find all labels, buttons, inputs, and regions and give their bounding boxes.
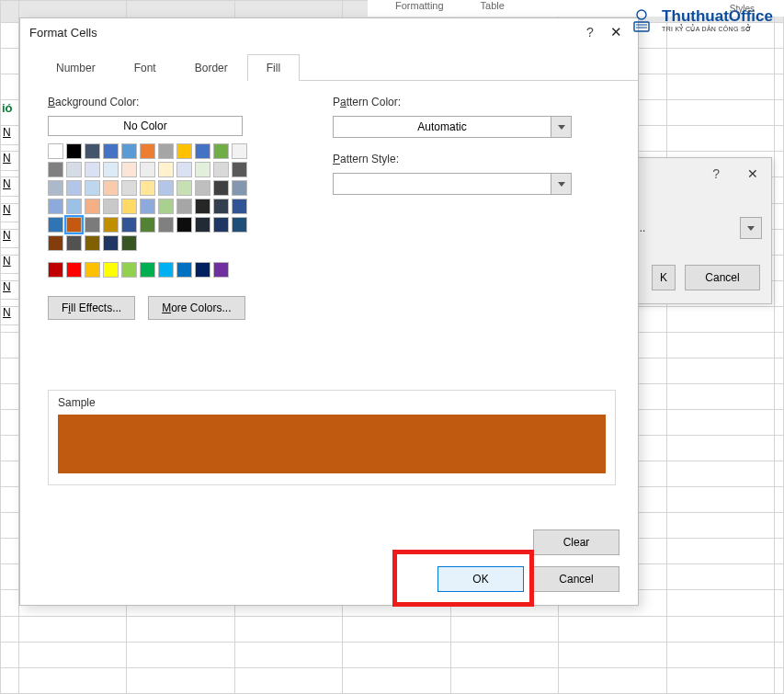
close-icon[interactable]: ✕	[747, 166, 758, 181]
color-swatch[interactable]	[176, 180, 192, 196]
color-swatch[interactable]	[195, 162, 210, 177]
color-swatch[interactable]	[176, 262, 192, 278]
color-swatch[interactable]	[48, 199, 63, 214]
sample-box: Sample	[48, 390, 616, 485]
color-swatch[interactable]	[158, 180, 174, 196]
tab-number[interactable]: Number	[37, 54, 115, 81]
color-swatch[interactable]	[85, 180, 100, 196]
color-swatch[interactable]	[85, 235, 100, 251]
color-swatch[interactable]	[140, 217, 155, 233]
color-swatch[interactable]	[48, 262, 63, 278]
color-swatch[interactable]	[121, 162, 137, 177]
color-swatch[interactable]	[232, 180, 247, 196]
color-swatch[interactable]	[158, 162, 174, 177]
color-swatch[interactable]	[103, 235, 119, 251]
dropdown-arrow-icon[interactable]	[740, 217, 762, 239]
color-palette	[48, 143, 250, 278]
color-swatch[interactable]	[195, 143, 210, 159]
more-colors-button[interactable]: More Colors...	[148, 296, 244, 320]
color-swatch[interactable]	[213, 262, 229, 278]
color-swatch[interactable]	[158, 143, 174, 159]
color-swatch[interactable]	[213, 199, 229, 214]
color-swatch[interactable]	[48, 162, 63, 177]
color-swatch[interactable]	[176, 199, 192, 214]
color-swatch[interactable]	[66, 199, 82, 214]
color-swatch[interactable]	[66, 143, 82, 159]
color-swatch[interactable]	[48, 143, 63, 159]
color-swatch[interactable]	[103, 180, 119, 196]
color-swatch[interactable]	[48, 235, 63, 251]
color-swatch[interactable]	[103, 162, 119, 177]
color-swatch[interactable]	[195, 199, 210, 214]
color-swatch[interactable]	[232, 162, 247, 177]
chevron-down-icon[interactable]	[551, 117, 571, 137]
color-swatch[interactable]	[103, 143, 119, 159]
pattern-color-dropdown[interactable]: Automatic	[333, 116, 572, 138]
logo-icon	[627, 6, 656, 35]
color-swatch[interactable]	[66, 262, 82, 278]
color-swatch[interactable]	[213, 162, 229, 177]
color-swatch[interactable]	[158, 217, 174, 233]
color-swatch[interactable]	[140, 162, 155, 177]
truncated-text: t...	[633, 222, 740, 234]
color-swatch[interactable]	[48, 180, 63, 196]
clear-button[interactable]: Clear	[533, 529, 619, 555]
close-icon[interactable]: ✕	[603, 24, 629, 40]
color-swatch[interactable]	[121, 217, 137, 233]
color-swatch[interactable]	[176, 217, 192, 233]
color-swatch[interactable]	[85, 199, 100, 214]
color-swatch[interactable]	[121, 199, 137, 214]
color-swatch[interactable]	[66, 217, 82, 233]
color-swatch[interactable]	[66, 162, 82, 177]
color-swatch[interactable]	[85, 162, 100, 177]
chevron-down-icon[interactable]	[551, 174, 571, 194]
color-swatch[interactable]	[232, 143, 247, 159]
color-swatch[interactable]	[103, 199, 119, 214]
tab-font[interactable]: Font	[115, 54, 176, 81]
color-swatch[interactable]	[213, 143, 229, 159]
color-swatch[interactable]	[140, 199, 155, 214]
help-icon[interactable]: ?	[712, 166, 720, 181]
help-icon[interactable]: ?	[577, 25, 603, 40]
pattern-style-dropdown[interactable]	[333, 173, 572, 195]
dialog-title: Format Cells	[29, 26, 577, 40]
tab-fill[interactable]: Fill	[247, 54, 300, 81]
fill-effects-button[interactable]: Fill Effects...	[48, 296, 135, 320]
color-swatch[interactable]	[232, 217, 247, 233]
color-swatch[interactable]	[158, 199, 174, 214]
color-swatch[interactable]	[48, 217, 63, 233]
color-swatch[interactable]	[121, 235, 137, 251]
cancel-button[interactable]: Cancel	[533, 566, 619, 592]
color-swatch[interactable]	[121, 143, 137, 159]
color-swatch[interactable]	[85, 143, 100, 159]
format-cells-dialog: Format Cells ? ✕ Number Font Border Fill…	[19, 17, 639, 606]
color-swatch[interactable]	[85, 217, 100, 233]
tab-bar: Number Font Border Fill	[37, 53, 638, 81]
color-swatch[interactable]	[140, 180, 155, 196]
color-swatch[interactable]	[85, 262, 100, 278]
color-swatch[interactable]	[232, 199, 247, 214]
color-swatch[interactable]	[140, 262, 155, 278]
color-swatch[interactable]	[176, 143, 192, 159]
color-swatch[interactable]	[66, 235, 82, 251]
color-swatch[interactable]	[121, 262, 137, 278]
color-swatch[interactable]	[213, 180, 229, 196]
color-swatch[interactable]	[66, 180, 82, 196]
tab-border[interactable]: Border	[176, 54, 247, 81]
cancel-button[interactable]: Cancel	[685, 265, 760, 290]
color-swatch[interactable]	[195, 217, 210, 233]
color-swatch[interactable]	[103, 262, 119, 278]
color-swatch[interactable]	[195, 180, 210, 196]
color-swatch[interactable]	[140, 143, 155, 159]
color-swatch[interactable]	[121, 180, 137, 196]
ok-button-fragment[interactable]: K	[652, 265, 676, 290]
color-swatch[interactable]	[213, 217, 229, 233]
watermark-logo: Styles ThuthuatOffice TRI KỶ CỦA DÂN CÔN…	[627, 6, 773, 35]
color-swatch[interactable]	[103, 217, 119, 233]
secondary-dialog: ? ✕ t... K Cancel	[625, 157, 772, 304]
color-swatch[interactable]	[195, 262, 210, 278]
color-swatch[interactable]	[176, 162, 192, 177]
no-color-button[interactable]: No Color	[48, 116, 243, 136]
color-swatch[interactable]	[158, 262, 174, 278]
ok-button[interactable]: OK	[437, 566, 524, 592]
